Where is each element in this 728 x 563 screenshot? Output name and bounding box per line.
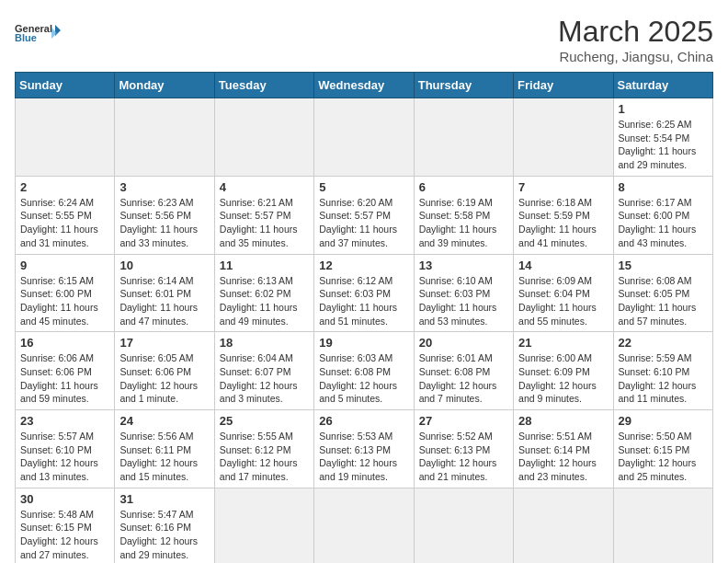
- day-header-friday: Friday: [514, 73, 613, 98]
- day-info: Sunrise: 6:01 AM Sunset: 6:08 PM Dayligh…: [419, 351, 508, 406]
- day-number: 26: [319, 414, 408, 428]
- svg-marker-2: [55, 25, 61, 36]
- calendar-cell: 22 Sunrise: 5:59 AM Sunset: 6:10 PM Dayl…: [613, 332, 712, 410]
- day-number: 2: [20, 180, 109, 194]
- month-year-title: March 2025: [558, 15, 713, 49]
- day-info: Sunrise: 6:13 AM Sunset: 6:02 PM Dayligh…: [220, 274, 309, 328]
- day-info: Sunrise: 5:50 AM Sunset: 6:15 PM Dayligh…: [619, 430, 708, 484]
- page-header: General Blue March 2025 Rucheng, Jiangsu…: [15, 15, 713, 64]
- day-info: Sunrise: 5:52 AM Sunset: 6:13 PM Dayligh…: [419, 430, 508, 484]
- svg-text:Blue: Blue: [15, 32, 37, 43]
- logo: General Blue: [15, 15, 61, 52]
- calendar-cell: 26 Sunrise: 5:53 AM Sunset: 6:13 PM Dayl…: [314, 410, 414, 488]
- calendar-cell: 5 Sunrise: 6:20 AM Sunset: 5:57 PM Dayli…: [314, 176, 414, 254]
- day-number: 15: [619, 259, 708, 272]
- day-info: Sunrise: 6:12 AM Sunset: 6:03 PM Dayligh…: [319, 274, 408, 328]
- day-header-monday: Monday: [115, 73, 214, 98]
- day-info: Sunrise: 5:55 AM Sunset: 6:12 PM Dayligh…: [220, 430, 309, 484]
- day-number: 16: [20, 336, 109, 350]
- calendar-cell: 7 Sunrise: 6:18 AM Sunset: 5:59 PM Dayli…: [514, 176, 613, 254]
- calendar-cell: 19 Sunrise: 6:03 AM Sunset: 6:08 PM Dayl…: [314, 332, 414, 410]
- location-subtitle: Rucheng, Jiangsu, China: [558, 49, 713, 64]
- calendar-cell: [16, 98, 115, 177]
- calendar-cell: 8 Sunrise: 6:17 AM Sunset: 6:00 PM Dayli…: [613, 176, 712, 254]
- day-info: Sunrise: 6:20 AM Sunset: 5:57 PM Dayligh…: [319, 196, 408, 250]
- day-info: Sunrise: 6:06 AM Sunset: 6:06 PM Dayligh…: [20, 351, 109, 406]
- day-number: 11: [220, 259, 309, 272]
- calendar-cell: 10 Sunrise: 6:14 AM Sunset: 6:01 PM Dayl…: [115, 254, 214, 332]
- calendar-cell: 12 Sunrise: 6:12 AM Sunset: 6:03 PM Dayl…: [314, 254, 414, 332]
- calendar-cell: [514, 488, 613, 563]
- day-info: Sunrise: 6:21 AM Sunset: 5:57 PM Dayligh…: [220, 196, 309, 250]
- day-number: 28: [518, 414, 608, 428]
- day-number: 10: [119, 259, 209, 272]
- day-info: Sunrise: 6:17 AM Sunset: 6:00 PM Dayligh…: [619, 196, 708, 250]
- day-info: Sunrise: 5:51 AM Sunset: 6:14 PM Dayligh…: [518, 430, 608, 484]
- day-info: Sunrise: 6:18 AM Sunset: 5:59 PM Dayligh…: [518, 196, 608, 250]
- calendar-cell: 16 Sunrise: 6:06 AM Sunset: 6:06 PM Dayl…: [16, 332, 115, 410]
- day-number: 24: [119, 414, 209, 428]
- calendar-cell: 6 Sunrise: 6:19 AM Sunset: 5:58 PM Dayli…: [414, 176, 513, 254]
- calendar-cell: [514, 98, 613, 177]
- day-info: Sunrise: 6:14 AM Sunset: 6:01 PM Dayligh…: [119, 274, 209, 328]
- calendar-cell: 4 Sunrise: 6:21 AM Sunset: 5:57 PM Dayli…: [214, 176, 313, 254]
- day-info: Sunrise: 5:48 AM Sunset: 6:15 PM Dayligh…: [20, 508, 109, 562]
- calendar-cell: 2 Sunrise: 6:24 AM Sunset: 5:55 PM Dayli…: [16, 176, 115, 254]
- calendar-cell: 27 Sunrise: 5:52 AM Sunset: 6:13 PM Dayl…: [414, 410, 513, 488]
- calendar-cell: 23 Sunrise: 5:57 AM Sunset: 6:10 PM Dayl…: [16, 410, 115, 488]
- day-info: Sunrise: 6:03 AM Sunset: 6:08 PM Dayligh…: [319, 351, 408, 406]
- calendar-cell: 25 Sunrise: 5:55 AM Sunset: 6:12 PM Dayl…: [214, 410, 313, 488]
- calendar-cell: [115, 98, 214, 177]
- calendar-cell: 20 Sunrise: 6:01 AM Sunset: 6:08 PM Dayl…: [414, 332, 513, 410]
- calendar-table: SundayMondayTuesdayWednesdayThursdayFrid…: [15, 72, 713, 563]
- day-info: Sunrise: 6:19 AM Sunset: 5:58 PM Dayligh…: [419, 196, 508, 250]
- day-info: Sunrise: 5:57 AM Sunset: 6:10 PM Dayligh…: [20, 430, 109, 484]
- calendar-cell: 24 Sunrise: 5:56 AM Sunset: 6:11 PM Dayl…: [115, 410, 214, 488]
- day-header-saturday: Saturday: [613, 73, 712, 98]
- day-info: Sunrise: 6:24 AM Sunset: 5:55 PM Dayligh…: [20, 196, 109, 250]
- day-number: 18: [220, 336, 309, 350]
- logo-svg: General Blue: [15, 15, 61, 52]
- calendar-cell: [414, 98, 513, 177]
- day-number: 4: [220, 180, 309, 194]
- calendar-cell: [613, 488, 712, 563]
- day-info: Sunrise: 6:15 AM Sunset: 6:00 PM Dayligh…: [20, 274, 109, 328]
- day-number: 9: [20, 259, 109, 272]
- day-number: 3: [119, 180, 209, 194]
- day-info: Sunrise: 6:04 AM Sunset: 6:07 PM Dayligh…: [220, 351, 309, 406]
- calendar-cell: 28 Sunrise: 5:51 AM Sunset: 6:14 PM Dayl…: [514, 410, 613, 488]
- day-number: 20: [419, 336, 508, 350]
- day-number: 17: [119, 336, 209, 350]
- day-info: Sunrise: 5:53 AM Sunset: 6:13 PM Dayligh…: [319, 430, 408, 484]
- day-header-thursday: Thursday: [414, 73, 513, 98]
- day-number: 7: [518, 180, 608, 194]
- day-info: Sunrise: 6:05 AM Sunset: 6:06 PM Dayligh…: [119, 351, 209, 406]
- calendar-cell: 29 Sunrise: 5:50 AM Sunset: 6:15 PM Dayl…: [613, 410, 712, 488]
- title-block: March 2025 Rucheng, Jiangsu, China: [558, 15, 713, 64]
- calendar-cell: 31 Sunrise: 5:47 AM Sunset: 6:16 PM Dayl…: [115, 488, 214, 563]
- day-number: 23: [20, 414, 109, 428]
- day-info: Sunrise: 6:23 AM Sunset: 5:56 PM Dayligh…: [119, 196, 209, 250]
- calendar-cell: 30 Sunrise: 5:48 AM Sunset: 6:15 PM Dayl…: [16, 488, 115, 563]
- calendar-cell: 17 Sunrise: 6:05 AM Sunset: 6:06 PM Dayl…: [115, 332, 214, 410]
- day-number: 29: [619, 414, 708, 428]
- day-number: 27: [419, 414, 508, 428]
- day-number: 6: [419, 180, 508, 194]
- day-header-sunday: Sunday: [16, 73, 115, 98]
- calendar-cell: [314, 98, 414, 177]
- day-number: 30: [20, 492, 109, 506]
- day-number: 21: [518, 336, 608, 350]
- day-header-wednesday: Wednesday: [314, 73, 414, 98]
- day-info: Sunrise: 5:47 AM Sunset: 6:16 PM Dayligh…: [119, 508, 209, 562]
- calendar-cell: 14 Sunrise: 6:09 AM Sunset: 6:04 PM Dayl…: [514, 254, 613, 332]
- day-number: 14: [518, 259, 608, 272]
- day-number: 25: [220, 414, 309, 428]
- calendar-cell: [414, 488, 513, 563]
- calendar-cell: [214, 98, 313, 177]
- day-number: 12: [319, 259, 408, 272]
- day-number: 31: [119, 492, 209, 506]
- day-info: Sunrise: 6:10 AM Sunset: 6:03 PM Dayligh…: [419, 274, 508, 328]
- calendar-cell: 21 Sunrise: 6:00 AM Sunset: 6:09 PM Dayl…: [514, 332, 613, 410]
- calendar-cell: 1 Sunrise: 6:25 AM Sunset: 5:54 PM Dayli…: [613, 98, 712, 177]
- calendar-cell: 13 Sunrise: 6:10 AM Sunset: 6:03 PM Dayl…: [414, 254, 513, 332]
